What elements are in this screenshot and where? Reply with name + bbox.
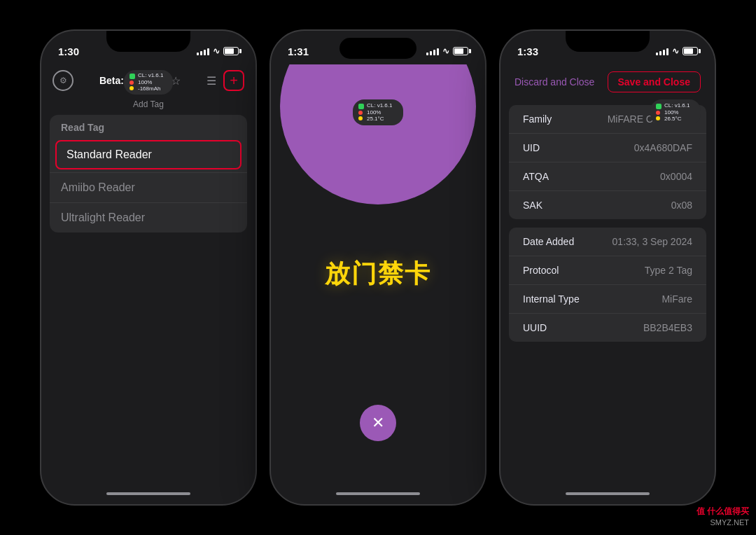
cancel-button[interactable]: ✕ <box>360 405 396 441</box>
phone-3: 1:33 ∿ Discard and Close Save and Close <box>499 29 716 506</box>
phone1-widget: CL: v1.6.1 100% -168mAh <box>124 70 173 95</box>
time-1: 1:30 <box>58 46 79 57</box>
info-table: Family MiFARE Classic 1K UID 0x4A680DAF … <box>500 105 715 342</box>
sak-value: 0x08 <box>671 200 692 211</box>
yellow-dot-3 <box>656 116 660 120</box>
phone2-widget: CL: v1.6.1 100% 25.1°C <box>353 99 403 125</box>
signal-2 <box>426 47 439 55</box>
dynamic-island <box>340 38 416 59</box>
yellow-dot-2 <box>358 116 363 120</box>
widget-text-2: CL: v1.6.1 100% 25.1°C <box>367 102 392 123</box>
atqa-label: ATQA <box>523 171 549 182</box>
phone2-content: CL: v1.6.1 100% 25.1°C 放门禁卡 ✕ <box>271 64 485 483</box>
discard-button[interactable]: Discard and Close <box>514 76 594 88</box>
battery-2 <box>453 47 468 55</box>
watermark-line1: 值 什么值得买 <box>696 506 749 516</box>
table-section-2: Date Added 01:33, 3 Sep 2024 Protocol Ty… <box>509 228 706 342</box>
phone3-header: Discard and Close Save and Close <box>500 64 715 98</box>
header-actions: ☰ + <box>206 70 244 91</box>
notch-3 <box>566 31 650 52</box>
purple-circle <box>280 64 476 204</box>
table-row: Date Added 01:33, 3 Sep 2024 <box>509 228 706 256</box>
red-dot-2 <box>358 111 363 115</box>
protocol-value: Type 2 Tag <box>645 265 692 276</box>
red-dot <box>130 81 134 85</box>
red-dot-3 <box>656 111 660 115</box>
uuid-value: BB2B4EB3 <box>643 322 692 333</box>
phone3-widget: CL: v1.6.1 100% 26.5°C <box>650 99 701 125</box>
table-row: UUID BB2B4EB3 <box>509 314 706 342</box>
phone3-content: Discard and Close Save and Close CL: v1.… <box>500 64 715 483</box>
date-label: Date Added <box>523 236 574 247</box>
uid-value: 0x4A680DAF <box>634 142 692 153</box>
watermark-line2: SMYZ.NET <box>710 518 749 527</box>
watermark: 值 什么值得买 SMYZ.NET <box>696 506 749 528</box>
list-icon[interactable]: ☰ <box>206 74 216 88</box>
standard-reader-label: Standard Reader <box>66 148 152 160</box>
signal-1 <box>197 47 209 55</box>
table-row: ATQA 0x0004 <box>509 162 706 191</box>
green-dot-2 <box>358 104 364 109</box>
widget-text-3: CL: v1.6.1 100% 26.5°C <box>664 102 690 123</box>
amiibo-reader-label: Amiibo Reader <box>61 181 135 193</box>
date-value: 01:33, 3 Sep 2024 <box>612 236 692 247</box>
status-icons-2: ∿ <box>426 46 468 56</box>
save-button[interactable]: Save and Close <box>608 71 701 92</box>
widget-text-1: CL: v1.6.1 100% -168mAh <box>138 72 163 92</box>
internal-type-label: Internal Type <box>523 293 580 305</box>
phone1-content: ⚙ Beta: 2.0-1432 ☆ ☰ + Add Tag <box>41 64 255 483</box>
home-indicator-1 <box>41 483 255 504</box>
green-dot-3 <box>656 104 662 109</box>
sak-label: SAK <box>523 200 542 211</box>
uuid-label: UUID <box>523 322 547 333</box>
home-indicator-3 <box>500 483 715 504</box>
amiibo-reader-item[interactable]: Amiibo Reader <box>50 172 247 202</box>
uid-label: UID <box>523 142 540 153</box>
green-dot <box>130 74 135 79</box>
time-2: 1:31 <box>288 46 309 57</box>
ultralight-reader-label: Ultralight Reader <box>61 211 145 223</box>
chinese-text: 放门禁卡 <box>325 257 431 291</box>
wifi-3: ∿ <box>672 46 679 56</box>
ultralight-reader-item[interactable]: Ultralight Reader <box>50 202 247 232</box>
status-icons-3: ∿ <box>656 46 698 56</box>
table-row: Internal Type MiFare <box>509 285 706 314</box>
add-tag-hint: Add Tag <box>41 97 255 112</box>
notch-1 <box>106 31 190 52</box>
table-row: Protocol Type 2 Tag <box>509 256 706 285</box>
home-indicator-2 <box>271 483 485 504</box>
status-icons-1: ∿ <box>197 46 239 56</box>
standard-reader-item[interactable]: Standard Reader <box>55 140 241 169</box>
time-3: 1:33 <box>517 46 538 57</box>
wifi-1: ∿ <box>213 46 220 56</box>
internal-type-value: MiFare <box>662 293 692 305</box>
phone-1: 1:30 ∿ ⚙ Beta: 2.0-1432 ☆ <box>40 29 257 506</box>
battery-1 <box>223 47 239 55</box>
table-row: SAK 0x08 <box>509 191 706 219</box>
settings-icon[interactable]: ⚙ <box>52 70 74 91</box>
wifi-2: ∿ <box>442 46 449 56</box>
family-label: Family <box>523 113 552 125</box>
battery-3 <box>682 47 698 55</box>
dropdown-menu: Read Tag Standard Reader Amiibo Reader U… <box>50 115 247 232</box>
yellow-dot <box>130 86 134 90</box>
dropdown-title: Read Tag <box>50 115 247 137</box>
phone-2: 1:31 ∿ <box>270 29 486 506</box>
protocol-label: Protocol <box>523 265 559 276</box>
atqa-value: 0x0004 <box>660 171 692 182</box>
plus-button[interactable]: + <box>223 70 244 91</box>
signal-3 <box>656 47 668 55</box>
table-row: UID 0x4A680DAF <box>509 134 706 162</box>
